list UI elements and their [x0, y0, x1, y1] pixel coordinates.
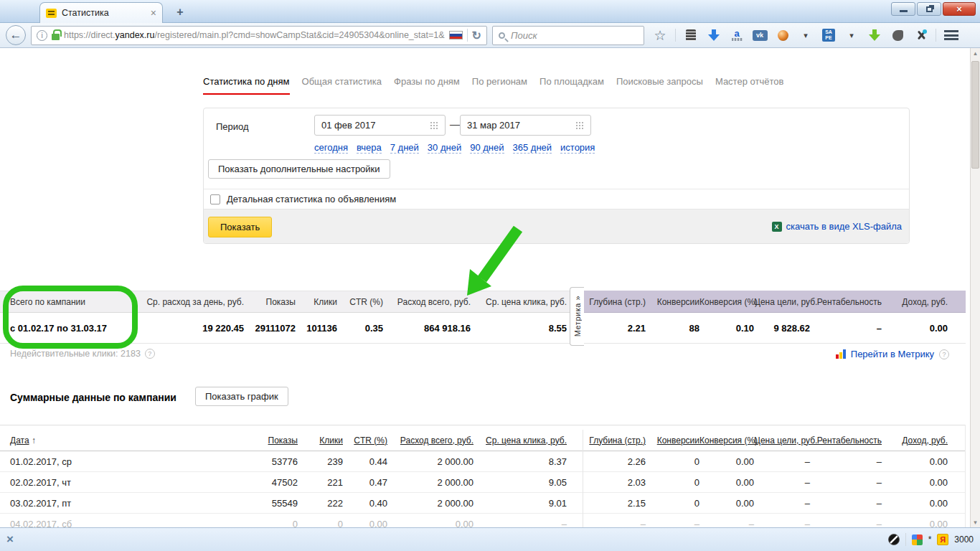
flag-ru-icon[interactable] [449, 31, 463, 39]
evernote-icon[interactable] [890, 27, 905, 44]
url-prefix: https://direct. [64, 30, 116, 40]
clipper-icon[interactable] [913, 27, 928, 44]
quick-period-links: сегодня вчера 7 дней 30 дней 90 дней 365… [314, 142, 595, 154]
back-button[interactable]: ← [6, 25, 26, 45]
show-chart-button[interactable]: Показать график [195, 387, 288, 406]
column-header[interactable]: CTR (%) [343, 435, 387, 446]
metrika-vertical-tab[interactable]: Метрика » [570, 287, 584, 346]
stats-tabs: Статистика по дням Общая статистика Фраз… [203, 76, 783, 95]
ruler-a-icon[interactable]: a [729, 27, 745, 44]
link-yesterday[interactable]: вчера [357, 142, 382, 154]
cell: 0.47 [343, 477, 387, 488]
findbar-close-icon[interactable]: × [6, 532, 14, 547]
link-365-days[interactable]: 365 дней [513, 142, 552, 154]
yandex-tic-icon[interactable]: Я [937, 534, 948, 545]
help-icon[interactable]: ? [939, 349, 949, 359]
url-domain: yandex.ru [116, 30, 155, 40]
minimize-button[interactable] [891, 2, 915, 16]
cell: – [754, 477, 810, 488]
column-header[interactable]: Рентабельность [810, 435, 882, 446]
download-xls-link[interactable]: X скачать в виде XLS-файла [772, 221, 903, 232]
cell: 2 000.00 [387, 498, 473, 509]
vk-icon[interactable]: vk [752, 27, 768, 44]
address-bar[interactable]: i https://direct.yandex.ru/registered/ma… [31, 26, 487, 45]
date-to-field[interactable]: 31 мар 2017 [460, 115, 591, 136]
tab-phrases-by-day[interactable]: Фразы по дням [394, 76, 460, 95]
firebug-icon[interactable] [775, 27, 791, 44]
help-icon[interactable]: ? [145, 349, 155, 359]
tab-by-region[interactable]: По регионам [472, 76, 527, 95]
savefrom-icon[interactable] [867, 27, 882, 44]
search-input[interactable]: Поиск [492, 26, 644, 45]
tab-report-wizard[interactable]: Мастер отчётов [715, 76, 783, 95]
close-button[interactable]: × [943, 2, 976, 16]
detail-stats-checkbox[interactable] [210, 194, 220, 204]
browser-tab[interactable]: Статистика × [39, 2, 163, 23]
reload-icon[interactable]: ↻ [472, 29, 481, 42]
column-header[interactable]: Цена цели, руб. [754, 435, 810, 446]
reading-list-icon[interactable] [683, 27, 699, 44]
divider [936, 29, 936, 42]
tab-by-placement[interactable]: По площадкам [540, 76, 604, 95]
summary-value: 29111072 [244, 323, 296, 334]
date-range-dash: — [450, 118, 460, 130]
advanced-settings-button[interactable]: Показать дополнительные настройки [208, 159, 390, 179]
date-from-field[interactable]: 01 фев 2017 [314, 115, 446, 136]
tab-close-icon[interactable]: × [151, 8, 156, 18]
link-30-days[interactable]: 30 дней [428, 142, 461, 154]
daily-heading: Суммарные данные по кампании [10, 392, 176, 403]
calendar-icon[interactable] [575, 121, 584, 130]
column-header[interactable]: Глубина (стр.) [588, 435, 646, 446]
url-text[interactable]: https://direct.yandex.ru/registered/main… [64, 30, 445, 40]
column-header[interactable]: Расход всего, руб. [387, 435, 473, 446]
link-history[interactable]: история [560, 142, 595, 154]
statusbar-extensions: * Я 3000 [888, 533, 974, 546]
column-header[interactable]: Показы [143, 435, 298, 446]
status-bar: × * Я 3000 [0, 527, 980, 551]
bookmark-star-icon[interactable]: ☆ [652, 27, 668, 44]
yandex-direct-favicon [46, 9, 57, 18]
goto-metrika-link[interactable]: Перейти в Метрику ? [836, 349, 949, 359]
sape-icon[interactable]: SA PE [821, 27, 837, 44]
column-header: Ср. расход за день, руб. [143, 297, 244, 307]
date-column-header[interactable]: Дата ↑ [0, 435, 143, 446]
restore-button[interactable] [917, 2, 941, 16]
new-tab-button[interactable]: + [171, 5, 189, 20]
date-cell: 01.02.2017, ср [0, 456, 143, 467]
show-button[interactable]: Показать [208, 217, 272, 237]
summary-header-row: Всего по кампании Ср. расход за день, ру… [0, 291, 948, 313]
download-icon[interactable] [706, 27, 722, 44]
date-to-value: 31 мар 2017 [467, 120, 520, 131]
chevron-down-icon[interactable]: ▾ [798, 27, 814, 44]
calendar-icon[interactable] [430, 121, 438, 130]
scroll-down-icon[interactable]: ▾ [971, 519, 980, 526]
cell: 239 [298, 456, 343, 467]
link-7-days[interactable]: 7 дней [390, 142, 419, 154]
column-header[interactable]: Конверсии [646, 435, 699, 446]
divider [467, 29, 468, 42]
column-header[interactable]: Конверсия (%) [699, 435, 754, 446]
cell: 0 [646, 498, 699, 509]
divider [965, 425, 966, 528]
column-header[interactable]: Клики [298, 435, 343, 446]
summary-value: 0.10 [699, 323, 754, 334]
vertical-scrollbar[interactable]: ▴ ▾ [970, 48, 980, 527]
cell: – [810, 498, 882, 509]
google-pr-icon[interactable] [912, 534, 923, 545]
link-today[interactable]: сегодня [314, 142, 348, 154]
date-cell: 02.02.2017, чт [0, 477, 143, 488]
link-90-days[interactable]: 90 дней [470, 142, 504, 154]
tab-stats-by-day[interactable]: Статистика по дням [203, 76, 290, 95]
tic-counter: 3000 [954, 534, 974, 545]
info-icon[interactable]: i [37, 30, 47, 41]
scrollbar-thumb[interactable] [971, 61, 979, 169]
tab-general-stats[interactable]: Общая статистика [302, 76, 382, 95]
menu-icon[interactable] [943, 27, 959, 44]
chevron-down-icon[interactable]: ▾ [844, 27, 859, 44]
column-header[interactable]: Доход, руб. [882, 435, 948, 446]
tab-search-queries[interactable]: Поисковые запросы [616, 76, 703, 95]
adblock-icon[interactable] [888, 534, 900, 545]
lock-icon [52, 34, 60, 40]
scroll-up-icon[interactable]: ▴ [971, 50, 980, 57]
column-header[interactable]: Ср. цена клика, руб. [473, 435, 567, 446]
